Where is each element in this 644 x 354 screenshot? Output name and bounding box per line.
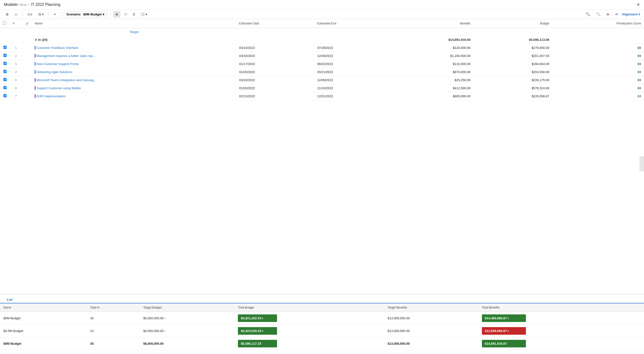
row-start-5: 01/03/2022 xyxy=(236,84,314,92)
calendar-button[interactable]: ⬜ ▾ xyxy=(139,12,149,17)
row-checkbox-4[interactable] xyxy=(0,76,10,84)
row-icon-1 xyxy=(22,52,32,60)
header-estimated-end[interactable]: Estimated End xyxy=(314,19,389,28)
header-checkbox[interactable] xyxy=(0,19,10,28)
row-score-3: 69 xyxy=(552,68,644,76)
row-budget-4: $228,175.00 xyxy=(473,76,552,84)
list-target-benefits-2: $13,000,000.00 xyxy=(384,338,478,350)
group-empty-3 xyxy=(22,36,32,44)
list-tab-bar: List xyxy=(0,294,644,304)
project-name: IT 2022 Planning xyxy=(31,2,60,7)
checkbox-1[interactable] xyxy=(4,54,6,57)
list-total-benefits-1[interactable]: $12,856,666.67 ▾ xyxy=(478,325,644,338)
list-total-budget-1[interactable]: $4,423,528.33 ▾ xyxy=(234,325,384,338)
chart-button[interactable]: ⫿⫿⫿ xyxy=(26,12,34,17)
row-checkbox-1[interactable] xyxy=(0,52,10,60)
target-button[interactable]: ⊕ xyxy=(605,12,611,17)
row-checkbox-3[interactable] xyxy=(0,68,10,76)
bar-indicator-6 xyxy=(35,94,36,98)
group-label-cell[interactable]: ∨ In (20) xyxy=(32,36,236,44)
checkbox-0[interactable] xyxy=(4,46,6,49)
row-score-0: 88 xyxy=(552,44,644,52)
header-estimated-start[interactable]: Estimated Start xyxy=(236,19,314,28)
list-total-budget-2[interactable]: $5,596,117.33 xyxy=(234,338,384,350)
checkbox-2[interactable] xyxy=(4,62,6,65)
list-total-benefits-0[interactable]: $14,466,666.67 ▾ xyxy=(478,312,644,325)
row-icon-0 xyxy=(22,44,32,52)
list-tab[interactable]: List xyxy=(4,296,16,304)
row-checkbox-5[interactable] xyxy=(0,84,10,92)
row-checkbox-6[interactable] xyxy=(0,92,10,100)
checkbox-4[interactable] xyxy=(4,78,6,81)
row-name-1[interactable]: Management requires a better sales rep… xyxy=(32,52,236,60)
group-collapse-arrow[interactable]: ∨ xyxy=(35,38,37,42)
row-start-4: 03/10/2022 xyxy=(236,76,314,84)
group-empty-1 xyxy=(0,36,10,44)
row-name-4[interactable]: Microsoft Teams Integration and messag… xyxy=(32,76,236,84)
row-num-3: 4 xyxy=(10,68,22,76)
row-name-3[interactable]: Delivering Agile Solutions xyxy=(32,68,236,76)
scenario-button[interactable]: Scenario: $6M Budget ▾ xyxy=(64,11,107,17)
row-checkbox-2[interactable] xyxy=(0,60,10,68)
checkbox-6[interactable] xyxy=(4,94,6,97)
filter-button[interactable]: ⊟ ▾ xyxy=(36,12,46,17)
row-num-2: 3 xyxy=(10,60,22,68)
budget-icon: $ xyxy=(133,12,135,16)
list-button[interactable]: ≡ xyxy=(52,12,58,17)
divider-1 xyxy=(22,12,22,17)
header-name[interactable]: Name xyxy=(32,19,236,28)
hierarchy-icon: ⎇ xyxy=(25,22,28,25)
row-name-2[interactable]: New Customer Support Portal xyxy=(32,60,236,68)
row-score-5: 69 xyxy=(552,84,644,92)
header-budget[interactable]: Budget xyxy=(473,19,552,28)
list-table: Name Total In Target Budget Total Budget… xyxy=(0,304,644,350)
zoom-in-button[interactable]: 🔍 xyxy=(584,11,592,17)
row-start-6: 02/15/2022 xyxy=(236,92,314,100)
zoom-in-icon: 🔍 xyxy=(586,12,590,16)
row-end-5: 11/10/2022 xyxy=(314,84,389,92)
bar-indicator-2 xyxy=(35,62,36,66)
row-checkbox-0[interactable] xyxy=(0,44,10,52)
row-name-5[interactable]: Support Customer using Mobile xyxy=(32,84,236,92)
users-icon: ⚇ xyxy=(124,12,127,16)
checkbox-5[interactable] xyxy=(4,86,6,89)
row-num-6: 7 xyxy=(10,92,22,100)
row-end-6: 12/01/2022 xyxy=(314,92,389,100)
row-benefits-5: $412,500.00 xyxy=(389,84,473,92)
right-panel-handle[interactable]: ‹ xyxy=(640,156,644,171)
table-row: 6 Support Customer using Mobile 01/03/20… xyxy=(0,84,644,92)
row-name-0[interactable]: Customer Feedback Interface xyxy=(32,44,236,52)
target-label: Target xyxy=(32,28,236,36)
zoom-out-button[interactable]: 🔍 xyxy=(594,11,603,17)
header-prioritization-score[interactable]: Prioritization Score xyxy=(552,19,644,28)
select-all-checkbox[interactable] xyxy=(3,22,6,25)
grid-view-button[interactable]: ⊞ xyxy=(113,11,120,17)
header-benefits[interactable]: Benefits xyxy=(389,19,473,28)
toggle-panel-button[interactable]: ▭ xyxy=(12,12,19,17)
row-budget-6: $226,556.67 xyxy=(473,92,552,100)
title-bar: Modeler (Beta) : IT 2022 Planning ✕ xyxy=(0,0,644,10)
row-name-6[interactable]: EHR Implementation xyxy=(32,92,236,100)
close-button[interactable]: ✕ xyxy=(636,2,640,7)
row-benefits-6: $600,000.00 xyxy=(389,92,473,100)
users-button[interactable]: ⚇ xyxy=(122,12,129,17)
target-budget: $6,000,000.00 xyxy=(473,28,552,36)
budget-button[interactable]: $ xyxy=(131,12,137,17)
scenario-arrow: ▾ xyxy=(103,12,104,16)
row-num-1: 2 xyxy=(10,52,22,60)
checkbox-3[interactable] xyxy=(4,70,6,73)
list-row: $4.5M Budget 14 $4,500,000.00 ▾ $4,423,5… xyxy=(0,325,644,338)
row-num-5: 6 xyxy=(10,84,22,92)
title-separator: : xyxy=(28,2,29,7)
list-row: $6M Budget 20 $6,000,000.00 $5,596,117.3… xyxy=(0,338,644,350)
list-header-total-in: Total In xyxy=(87,304,140,312)
alignment-button[interactable]: Alignment ▾ xyxy=(622,12,640,16)
list-total-budget-0[interactable]: $4,821,202.33 ▾ xyxy=(234,312,384,325)
divider-2 xyxy=(49,12,49,17)
list-total-benefits-2[interactable]: $14,891,916.67 xyxy=(478,338,644,350)
row-end-2: 06/02/2022 xyxy=(314,60,389,68)
divider-4 xyxy=(110,12,110,17)
row-icon-2 xyxy=(22,60,32,68)
add-panel-button[interactable]: ⊞ xyxy=(4,12,10,17)
refresh-button[interactable]: ↺ xyxy=(613,12,620,17)
